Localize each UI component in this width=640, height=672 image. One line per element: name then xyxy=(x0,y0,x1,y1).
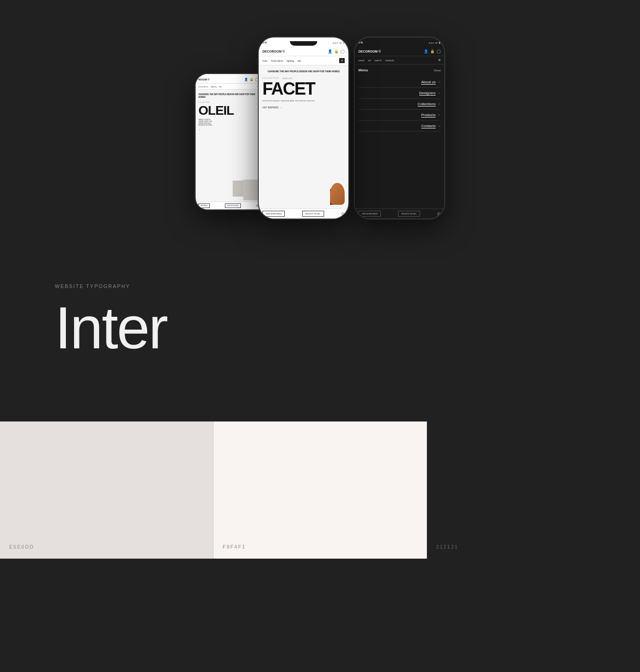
p1-user-icon: 👤 xyxy=(244,78,248,81)
p3-collections-arrow: → xyxy=(437,102,441,106)
color-code-2: F9F4F1 xyxy=(223,544,246,549)
phone-1-screen: ROOM © 👤 🔒 ◯ home decor lighting tab ≡ xyxy=(196,74,261,209)
p3-footer: SEND A MESSAGE REQUEST A CALL ⊙ xyxy=(355,208,444,219)
p3-battery-icon: 🔋 xyxy=(438,42,441,44)
p2-nav-tab[interactable]: tab xyxy=(298,59,301,62)
p3-about-arrow: → xyxy=(437,80,441,84)
typography-font-name: Inter xyxy=(55,298,585,357)
p2-share-icon[interactable]: ⊙ xyxy=(341,212,345,216)
p2-get-inspired-button[interactable]: GET INSPIRED → xyxy=(262,106,345,109)
p3-contacts-label: Contacts xyxy=(421,124,436,128)
p3-request-call-button[interactable]: REQUEST A CALL xyxy=(398,211,420,217)
p2-logo: DECOROOM © xyxy=(262,50,285,53)
p3-about-label: About us xyxy=(421,80,436,84)
color-swatch-1: E5E0DD xyxy=(0,421,213,559)
p3-nav-art[interactable]: art xyxy=(368,59,371,62)
p3-nav-new[interactable]: new! in xyxy=(374,59,382,62)
color-code-3: 212121 xyxy=(436,544,459,549)
p3-cart-icon: ◯ xyxy=(437,49,441,53)
p2-time: 9:41 xyxy=(262,41,267,44)
p3-menu: Menu Close About us → Designers → Collec… xyxy=(355,64,444,209)
phone-2-wrapper: 9:41 ▲▲▲ wifi 🔋 DECOROOM © 👤 🔒 ◯ xyxy=(258,37,349,219)
p2-product-images xyxy=(313,173,345,205)
p1-desc: NAMELY SLIMLINELOVING SOLEIL, THECAN BE … xyxy=(198,119,259,127)
p3-designers-arrow: → xyxy=(437,91,441,95)
p3-close-button[interactable]: Close xyxy=(434,69,441,72)
p3-hamburger-icon[interactable]: ≡ xyxy=(438,58,441,62)
p2-hamburger-icon[interactable]: ≡ xyxy=(339,58,345,63)
p3-share-icon[interactable]: ⊙ xyxy=(437,212,441,216)
p3-designers-label: Designers xyxy=(419,91,436,95)
p2-cart-icon: ◯ xyxy=(341,49,345,53)
p3-nav-sware[interactable]: sware xyxy=(358,59,364,62)
p3-contacts-arrow: → xyxy=(437,124,441,128)
p2-nav: main home decor lighting tab ≡ xyxy=(259,56,348,65)
p2-nav-main[interactable]: main xyxy=(262,59,267,62)
color-swatch-2: F9F4F1 xyxy=(213,421,427,559)
p3-menu-item-about[interactable]: About us → xyxy=(358,77,441,88)
p2-hero: CHANGING THE WAY PEOPLE DESIGN AND SHOP … xyxy=(259,65,348,112)
p1-nav-item-2[interactable]: lighting xyxy=(211,85,217,88)
p1-request-call-button[interactable]: REQUEST A CALL xyxy=(225,203,241,208)
p3-menu-item-products[interactable]: Products → xyxy=(358,110,441,121)
p2-status-icons: ▲▲▲ wifi 🔋 xyxy=(332,42,345,44)
p2-header-icons: 👤 🔒 ◯ xyxy=(328,49,345,53)
p2-nav-home-decor[interactable]: home decor xyxy=(271,59,283,62)
p1-lock-icon: 🔒 xyxy=(250,78,254,81)
phone-1-frame: ROOM © 👤 🔒 ◯ home decor lighting tab ≡ xyxy=(195,73,262,210)
p2-request-call-button[interactable]: REQUEST A CALL xyxy=(302,211,324,217)
p2-user-icon: 👤 xyxy=(328,49,332,53)
p2-lock-icon: 🔒 xyxy=(334,49,339,53)
p3-nav-contacts[interactable]: contacts xyxy=(385,59,394,62)
p1-arrow[interactable]: → xyxy=(198,128,259,131)
palette-section: E5E0DD F9F4F1 212121 xyxy=(0,421,640,559)
phone-2-screen: 9:41 ▲▲▲ wifi 🔋 DECOROOM © 👤 🔒 ◯ xyxy=(259,37,348,219)
p1-collection-name: OLEIL xyxy=(198,104,259,117)
p1-header: ROOM © 👤 🔒 ◯ xyxy=(196,74,261,84)
p3-lock-icon: 🔒 xyxy=(430,49,435,53)
p1-send-message-button[interactable]: MESSAGE xyxy=(198,203,210,208)
p1-product-img-1 xyxy=(243,180,259,200)
p3-time: 9:41 xyxy=(358,41,363,44)
p1-nav-item-3[interactable]: tab xyxy=(219,85,222,88)
p3-menu-item-designers[interactable]: Designers → xyxy=(358,88,441,99)
p2-arrow-icon: → xyxy=(280,106,282,109)
p3-user-icon: 👤 xyxy=(424,49,428,53)
p2-sub-text: SOPHISTICATED INDOOR AND OUTDOOR DECOR xyxy=(262,100,345,102)
p2-signal-icon: ▲▲▲ xyxy=(332,42,338,44)
typography-section-label: WEBSITE TYPOGRAPHY xyxy=(55,283,585,289)
p2-nav-lighting[interactable]: lighting xyxy=(287,59,294,62)
typography-section: WEBSITE TYPOGRAPHY Inter xyxy=(0,247,640,394)
color-swatch-3: 212121 xyxy=(427,421,640,559)
phone-3-frame: 9:41 ▲▲▲ wifi 🔋 DECOROOM © 👤 🔒 ◯ xyxy=(354,37,445,219)
phone-1-wrapper: ROOM © 👤 🔒 ◯ home decor lighting tab ≡ xyxy=(195,73,258,219)
phone-2-frame: 9:41 ▲▲▲ wifi 🔋 DECOROOM © 👤 🔒 ◯ xyxy=(258,37,349,219)
p2-battery-icon: 🔋 xyxy=(342,42,345,44)
p3-nav: sware art new! in contacts ≡ xyxy=(355,56,444,64)
p3-header: DECOROOM © 👤 🔒 ◯ xyxy=(355,45,444,56)
p3-menu-title: Menu xyxy=(358,68,368,72)
p1-hero: CHANGING THE WAY PEOPLE DESIGN AND SHOP … xyxy=(196,90,261,134)
p3-logo: DECOROOM © xyxy=(358,50,381,53)
p3-products-label: Products xyxy=(421,113,436,117)
p1-hero-text: CHANGING THE WAY PEOPLE DESIGN AND SHOP … xyxy=(198,93,259,99)
p1-header-icons: 👤 🔒 ◯ xyxy=(244,78,259,81)
p2-header: DECOROOM © 👤 🔒 ◯ xyxy=(259,45,348,56)
phone-3-notch xyxy=(386,41,413,46)
p3-header-icons: 👤 🔒 ◯ xyxy=(424,49,441,53)
p3-signal-icon: ▲▲▲ xyxy=(428,42,434,44)
p1-footer: MESSAGE REQUEST A CALL ⊙ xyxy=(196,202,261,209)
p1-nav-item-1[interactable]: home decor xyxy=(198,85,208,88)
p3-products-arrow: → xyxy=(437,113,441,117)
p3-menu-item-contacts[interactable]: Contacts → xyxy=(358,121,441,132)
phones-section: ROOM © 👤 🔒 ◯ home decor lighting tab ≡ xyxy=(0,0,640,247)
p3-menu-item-collections[interactable]: Collections → xyxy=(358,99,441,110)
p3-wifi-icon: wifi xyxy=(435,42,437,44)
p2-send-message-button[interactable]: SEND A MESSAGE xyxy=(262,211,285,217)
p2-copper-lamp xyxy=(330,183,345,205)
phone-2-notch xyxy=(290,41,317,46)
p3-collections-label: Collections xyxy=(418,102,436,106)
p3-send-message-button[interactable]: SEND A MESSAGE xyxy=(358,211,381,217)
p2-footer: SEND A MESSAGE REQUEST A CALL ⊙ xyxy=(259,208,348,219)
p2-collection-name: FACET xyxy=(262,80,345,97)
